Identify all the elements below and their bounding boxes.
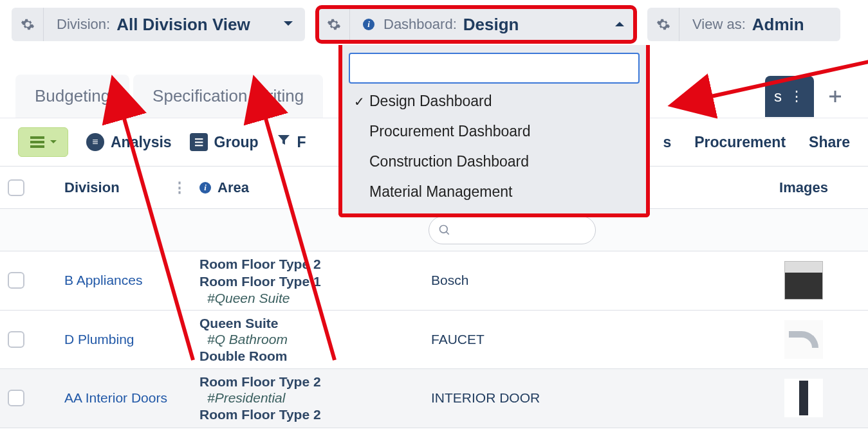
info-icon: i — [199, 182, 211, 194]
column-label: Division — [64, 179, 120, 196]
tab-label-partial: s — [774, 87, 782, 105]
division-link[interactable]: B Appliances — [64, 273, 142, 287]
division-selector[interactable]: Division: All Division View — [12, 8, 305, 41]
kebab-icon[interactable]: ⋮ — [172, 179, 187, 196]
division-link[interactable]: D Plumbing — [64, 332, 134, 347]
analysis-icon: ≡ — [86, 133, 104, 151]
area-cell: Room Floor Type 2 Room Floor Type 1 #Que… — [193, 251, 425, 310]
product-thumbnail[interactable] — [784, 320, 823, 359]
dashboard-value: Design — [463, 15, 519, 35]
info-icon: i — [363, 19, 374, 30]
dashboard-selector[interactable]: i Dashboard: Design — [318, 8, 634, 41]
add-tab-button[interactable] — [818, 77, 853, 116]
gear-icon[interactable] — [12, 8, 44, 41]
tab-specification-writing[interactable]: Specification Writing — [133, 75, 323, 118]
filter-button[interactable]: F — [277, 133, 306, 151]
viewas-selector[interactable]: View as: Admin — [647, 8, 840, 41]
column-division[interactable]: Division ⋮ — [58, 179, 193, 196]
area-cell: Queen Suite #Q Bathroom Double Room — [193, 311, 425, 369]
area-subline: #Q Bathroom — [199, 332, 418, 347]
column-label: Images — [779, 179, 828, 196]
row-checkbox[interactable] — [8, 390, 24, 406]
table-row: B Appliances Room Floor Type 2 Room Floo… — [0, 251, 868, 311]
gear-icon[interactable] — [318, 8, 350, 41]
dropdown-item-label: Procurement Dashboard — [369, 123, 531, 140]
division-label: Division: — [57, 16, 110, 33]
top-selector-bar: Division: All Division View i Dashboard:… — [0, 0, 868, 49]
chevron-up-icon[interactable] — [614, 19, 625, 30]
row-checkbox[interactable] — [8, 272, 24, 289]
division-link[interactable]: AA Interior Doors — [64, 390, 167, 405]
filter-label: F — [297, 134, 306, 151]
area-subline: #Presidential — [199, 390, 418, 406]
dropdown-item-procurement[interactable]: Procurement Dashboard — [346, 116, 642, 147]
description-cell: INTERIOR DOOR — [425, 386, 605, 410]
area-line: Room Floor Type 2 — [199, 255, 418, 273]
active-tab-partial[interactable]: s ⋮ — [765, 76, 814, 117]
analysis-button[interactable]: ≡ Analysis — [86, 133, 172, 151]
kebab-icon[interactable]: ⋮ — [790, 88, 805, 105]
dashboard-search-input[interactable] — [349, 53, 640, 84]
procurement-link[interactable]: Procurement — [694, 134, 786, 151]
group-label: Group — [214, 134, 259, 151]
viewas-label: View as: — [692, 16, 746, 33]
column-label: Area — [217, 179, 249, 196]
gear-icon[interactable] — [647, 8, 679, 41]
row-checkbox[interactable] — [8, 331, 24, 348]
division-value: All Division View — [116, 15, 250, 35]
column-search-input[interactable] — [429, 216, 596, 244]
dropdown-item-material[interactable]: Material Management — [346, 177, 642, 207]
column-images[interactable]: Images — [739, 179, 868, 196]
group-icon: ☰ — [190, 133, 208, 151]
select-all-checkbox[interactable] — [8, 179, 24, 196]
dropdown-item-label: Construction Dashboard — [369, 153, 529, 170]
area-line: Room Floor Type 1 — [199, 273, 418, 290]
tab-budgeting[interactable]: Budgeting — [15, 75, 129, 118]
table-row: D Plumbing Queen Suite #Q Bathroom Doubl… — [0, 311, 868, 370]
svg-point-5 — [440, 225, 448, 233]
dropdown-item-label: Design Dashboard — [369, 93, 492, 110]
dropdown-item-design[interactable]: ✓ Design Dashboard — [346, 86, 642, 116]
area-subline: #Queen Suite — [199, 291, 418, 306]
area-line: Queen Suite — [199, 314, 418, 332]
filter-icon — [277, 133, 291, 151]
area-line: Room Floor Type 2 — [199, 373, 418, 390]
toolbar-link-partial[interactable]: s — [663, 134, 671, 151]
area-line: Double Room — [199, 347, 418, 365]
description-cell: FAUCET — [425, 328, 605, 351]
share-link[interactable]: Share — [809, 134, 850, 151]
dropdown-item-construction[interactable]: Construction Dashboard — [346, 147, 642, 177]
table-row: AA Interior Doors Room Floor Type 2 #Pre… — [0, 369, 868, 428]
area-cell: Room Floor Type 2 #Presidential Room Flo… — [193, 369, 425, 428]
description-cell: Bosch — [425, 269, 605, 292]
chevron-down-icon[interactable] — [282, 19, 294, 30]
dropdown-item-label: Material Management — [369, 183, 512, 201]
group-button[interactable]: ☰ Group — [190, 133, 259, 151]
check-icon: ✓ — [354, 94, 369, 109]
dashboard-label: Dashboard: — [383, 16, 457, 33]
product-thumbnail[interactable] — [784, 261, 823, 300]
svg-line-6 — [447, 231, 449, 234]
product-thumbnail[interactable] — [784, 379, 823, 417]
area-line: Room Floor Type 2 — [199, 406, 418, 423]
dashboard-dropdown-panel: ✓ Design Dashboard Procurement Dashboard… — [338, 45, 650, 217]
analysis-label: Analysis — [111, 134, 172, 151]
viewas-value: Admin — [752, 15, 804, 35]
menu-button[interactable] — [18, 127, 68, 157]
